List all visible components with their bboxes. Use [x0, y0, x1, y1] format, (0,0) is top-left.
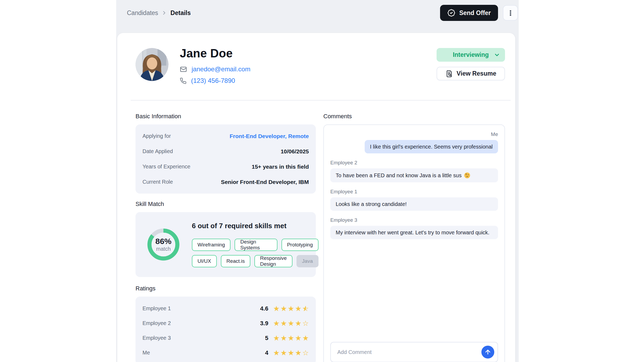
phone-row: (123) 456-7890	[180, 77, 250, 85]
email-link[interactable]: janedoe@email.com	[192, 65, 250, 73]
left-column: Basic Information Applying forFront-End …	[136, 113, 316, 362]
comment-message: Employee 3My interview with her went gre…	[330, 217, 498, 239]
star-rating: ★★★★☆★	[273, 305, 309, 313]
view-resume-label: View Resume	[457, 70, 496, 77]
profile-identity: Jane Doe janedoe@email.com (123) 456-789…	[136, 46, 250, 88]
phone-link[interactable]: (123) 456-7890	[191, 77, 235, 84]
comment-message: Employee 1Looks like a strong candidate!	[330, 189, 498, 211]
topbar-actions: Send Offer	[440, 5, 518, 21]
status-label: Interviewing	[453, 51, 489, 58]
skill-chip-responsive-design: Responsive Design	[254, 255, 292, 267]
star-half-icon: ☆★	[302, 305, 309, 313]
info-label: Years of Experience	[142, 164, 190, 170]
identity-block: Jane Doe janedoe@email.com (123) 456-789…	[180, 46, 250, 88]
rating-value: 4.6	[260, 305, 268, 312]
skill-chip-react-is: React.is	[221, 255, 251, 267]
comment-message: MeI like this girl's experience. Seems v…	[330, 131, 498, 153]
info-value: 15+ years in this field	[252, 164, 309, 170]
candidate-avatar	[136, 48, 169, 81]
rating-row: Employee 14.6★★★★☆★	[142, 301, 309, 316]
details-content: Basic Information Applying forFront-End …	[117, 101, 515, 362]
add-comment-input[interactable]	[330, 342, 498, 362]
star-full-icon: ★	[295, 319, 302, 327]
ratings-title: Ratings	[136, 285, 316, 292]
chevron-right-icon	[161, 10, 167, 16]
info-label: Current Role	[142, 179, 173, 185]
status-dropdown[interactable]: Interviewing	[437, 48, 505, 62]
info-value: Senior Front-End Developer, IBM	[221, 179, 309, 185]
comment-bubble: To have been a FED and not know Java is …	[330, 168, 498, 182]
ratings-card: Employee 14.6★★★★☆★Employee 23.9★★★★☆Emp…	[136, 297, 316, 362]
badge-check-icon	[447, 9, 455, 17]
comment-bubble: Looks like a strong candidate!	[330, 197, 498, 211]
rating-row: Employee 23.9★★★★☆	[142, 316, 309, 331]
star-full-icon: ★	[280, 334, 287, 342]
breadcrumb-candidates-link[interactable]: Candidates	[127, 9, 158, 17]
star-empty-icon: ☆	[302, 319, 309, 327]
skill-chip-row: WireframingDesign SystemsPrototyping	[192, 239, 319, 251]
match-caption: match	[156, 246, 171, 252]
star-full-icon: ★	[295, 305, 302, 313]
arrow-up-icon	[484, 349, 491, 356]
star-full-icon: ★	[280, 349, 287, 357]
rating-value-group: 4.6★★★★☆★	[260, 305, 309, 313]
star-full-icon: ★	[288, 349, 294, 357]
top-bar: Candidates Details Send Offer	[116, 0, 519, 33]
view-resume-button[interactable]: View Resume	[437, 67, 505, 80]
rating-value: 5	[265, 335, 268, 342]
skill-chip-prototyping: Prototyping	[281, 239, 319, 251]
info-row: Date Applied10/06/2025	[142, 144, 309, 159]
applying-for-link[interactable]: Front-End Developer, Remote	[230, 133, 309, 139]
file-search-icon	[445, 70, 453, 77]
rating-row: Me4★★★★☆	[142, 345, 309, 360]
info-label: Date Applied	[142, 148, 173, 154]
comments-title: Comments	[323, 113, 505, 120]
star-rating: ★★★★☆	[273, 319, 309, 327]
profile-actions: Interviewing View Resume	[437, 48, 505, 88]
info-value: 10/06/2025	[281, 148, 309, 155]
info-row: Applying forFront-End Developer, Remote	[142, 128, 309, 144]
match-percent: 86%	[155, 237, 171, 246]
breadcrumb-current-page: Details	[170, 9, 191, 17]
rating-label: Me	[142, 350, 150, 356]
comment-author: Me	[491, 131, 498, 137]
skill-match-donut: 86% match	[147, 228, 180, 261]
send-offer-label: Send Offer	[459, 9, 491, 17]
candidate-name: Jane Doe	[180, 46, 250, 60]
skill-match-title: Skill Match	[136, 201, 316, 208]
donut-center-label: 86% match	[147, 228, 180, 261]
comment-author: Employee 2	[330, 160, 498, 166]
kebab-menu-icon	[507, 9, 514, 17]
rating-label: Employee 2	[142, 320, 171, 326]
send-comment-button[interactable]	[481, 346, 494, 359]
comments-card: MeI like this girl's experience. Seems v…	[323, 124, 505, 362]
skill-match-card: 86% match 6 out of 7 required skills met…	[136, 212, 316, 277]
star-full-icon: ★	[288, 334, 294, 342]
skill-chip-ui-ux: UI/UX	[192, 255, 217, 267]
star-full-icon: ★	[288, 319, 294, 327]
rating-value-group: 3.9★★★★☆	[260, 319, 309, 327]
info-row: Years of Experience15+ years in this fie…	[142, 159, 309, 174]
skill-chip-row: UI/UXReact.isResponsive DesignJava	[192, 255, 319, 267]
skill-chip-wireframing: Wireframing	[192, 239, 230, 251]
skill-list-area: 6 out of 7 required skills met Wireframi…	[192, 222, 319, 267]
star-full-icon: ★	[273, 305, 280, 313]
breadcrumb: Candidates Details	[127, 5, 191, 21]
star-full-icon: ★	[273, 334, 280, 342]
email-row: janedoe@email.com	[180, 65, 250, 73]
info-row: Current RoleSenior Front-End Developer, …	[142, 174, 309, 190]
send-offer-button[interactable]: Send Offer	[440, 5, 498, 21]
skills-summary: 6 out of 7 required skills met	[192, 222, 319, 230]
rating-value-group: 4★★★★☆	[265, 349, 309, 357]
basic-information-title: Basic Information	[136, 113, 316, 120]
app-content-column: Candidates Details Send Offer	[116, 0, 519, 362]
basic-information-card: Applying forFront-End Developer, RemoteD…	[136, 124, 316, 194]
rating-label: Employee 1	[142, 305, 171, 312]
star-rating: ★★★★☆	[273, 349, 309, 357]
star-full-icon: ★	[273, 349, 280, 357]
comment-bubble: My interview with her went great. Let's …	[330, 226, 498, 239]
skill-chip-java: Java	[297, 255, 319, 267]
phone-icon	[180, 77, 186, 84]
star-full-icon: ★	[295, 334, 302, 342]
more-options-button[interactable]	[503, 5, 518, 21]
